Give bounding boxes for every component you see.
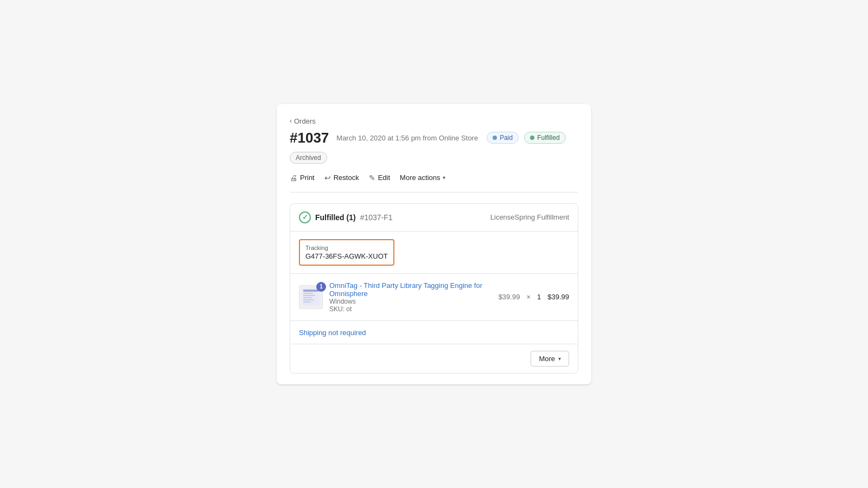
fulfillment-id: #1037-F1	[360, 213, 393, 222]
restock-button[interactable]: ↩ Restock	[324, 171, 359, 184]
fulfillment-service: LicenseSpring Fulfillment	[490, 213, 569, 221]
fulfillment-header: ✓ Fulfilled (1) #1037-F1 LicenseSpring F…	[290, 204, 578, 232]
svg-rect-5	[303, 299, 314, 300]
back-chevron-icon: ‹	[290, 117, 292, 125]
breadcrumb[interactable]: ‹ Orders	[290, 117, 578, 125]
more-chevron-down-icon: ▾	[558, 356, 561, 362]
page-container: ‹ Orders #1037 March 10, 2020 at 1:56 pm…	[0, 0, 868, 488]
price-multiplier: ×	[526, 293, 531, 301]
fulfillment-title: ✓ Fulfilled (1) #1037-F1	[299, 211, 393, 223]
product-info: OmniTag - Third Party Library Tagging En…	[329, 281, 492, 313]
svg-rect-6	[303, 301, 311, 303]
more-button-section: More ▾	[290, 344, 578, 373]
print-icon: 🖨	[290, 174, 297, 182]
product-variant: Windows	[329, 298, 492, 305]
toolbar: 🖨 Print ↩ Restock ✎ Edit More actions ▾	[290, 171, 578, 192]
svg-rect-3	[303, 295, 315, 296]
product-quantity: 1	[537, 293, 541, 301]
product-row: 1 OmniTag - Third Party Library Tagging …	[299, 281, 569, 313]
badge-archived: Archived	[290, 152, 327, 164]
tracking-number: G477-36FS-AGWK-XUOT	[305, 252, 388, 260]
order-panel: ‹ Orders #1037 March 10, 2020 at 1:56 pm…	[277, 104, 591, 384]
edit-button[interactable]: ✎ Edit	[369, 171, 390, 184]
product-quantity-badge: 1	[316, 282, 326, 292]
tracking-label: Tracking	[305, 245, 388, 251]
chevron-down-icon: ▾	[443, 175, 445, 181]
more-button[interactable]: More ▾	[531, 351, 569, 367]
shipping-section: Shipping not required	[290, 321, 578, 344]
tracking-section: Tracking G477-36FS-AGWK-XUOT	[290, 232, 578, 274]
svg-rect-2	[303, 293, 313, 294]
more-actions-button[interactable]: More actions ▾	[400, 174, 445, 182]
breadcrumb-label: Orders	[294, 117, 316, 125]
svg-rect-4	[303, 297, 312, 298]
product-price-info: $39.99 × 1 $39.99	[499, 293, 569, 301]
badge-fulfilled: Fulfilled	[524, 132, 565, 144]
badge-paid: Paid	[487, 132, 519, 144]
fulfilled-dot-icon	[530, 136, 534, 140]
shipping-text: Shipping not required	[299, 329, 366, 337]
product-sku: SKU: ot	[329, 305, 492, 313]
product-thumb-wrapper: 1	[299, 285, 323, 309]
product-unit-price: $39.99	[499, 293, 520, 301]
fulfillment-card: ✓ Fulfilled (1) #1037-F1 LicenseSpring F…	[290, 203, 578, 374]
paid-dot-icon	[493, 136, 497, 140]
check-circle-icon: ✓	[299, 211, 311, 223]
tracking-box[interactable]: Tracking G477-36FS-AGWK-XUOT	[299, 239, 394, 266]
restock-icon: ↩	[324, 174, 331, 182]
order-header: #1037 March 10, 2020 at 1:56 pm from Onl…	[290, 130, 578, 164]
fulfillment-label: Fulfilled (1)	[315, 213, 356, 222]
print-button[interactable]: 🖨 Print	[290, 171, 315, 184]
product-name[interactable]: OmniTag - Third Party Library Tagging En…	[329, 281, 492, 298]
order-date: March 10, 2020 at 1:56 pm from Online St…	[336, 134, 478, 142]
svg-rect-1	[303, 290, 318, 292]
edit-icon: ✎	[369, 174, 375, 182]
product-total-price: $39.99	[547, 293, 569, 301]
product-section: 1 OmniTag - Third Party Library Tagging …	[290, 274, 578, 321]
order-number: #1037	[290, 130, 329, 146]
